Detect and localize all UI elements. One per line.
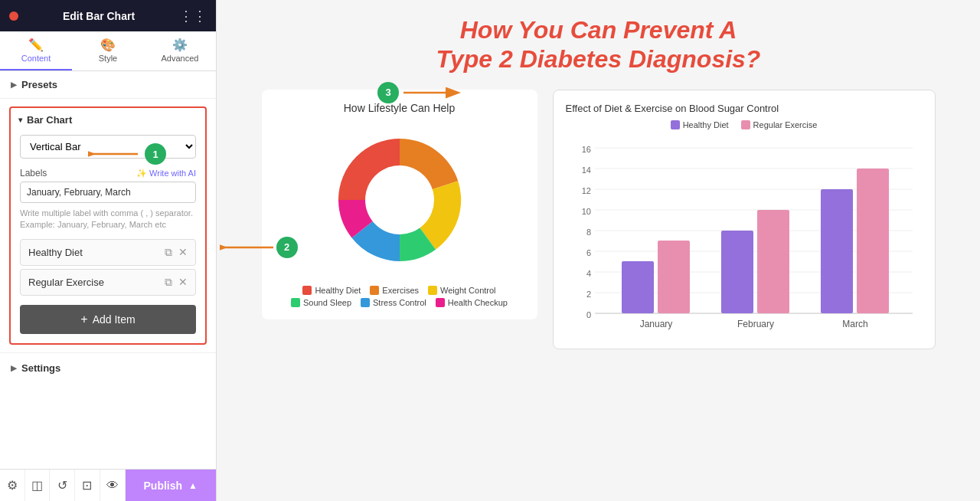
- panel-body: ▶ Presets ▾ Bar Chart Vertical Bar Label…: [0, 71, 216, 469]
- svg-text:12: 12: [581, 186, 590, 195]
- annotation-badge-1: 1: [145, 143, 166, 165]
- charts-row: 3 2 How Lifestyle Can Help: [232, 90, 965, 349]
- plus-icon: +: [80, 313, 87, 326]
- presets-section[interactable]: ▶ Presets: [0, 71, 216, 99]
- svg-text:2: 2: [586, 290, 590, 299]
- donut-chart-section: 2 How Lifestyle Can Help: [262, 90, 537, 319]
- settings-arrow: ▶: [11, 364, 17, 372]
- copy-icon-2[interactable]: ⧉: [165, 276, 172, 289]
- x-label-jan: January: [639, 319, 672, 329]
- bar-chart-toggle[interactable]: ▾ Bar Chart: [11, 108, 205, 132]
- legend-exercises: Exercises: [370, 286, 419, 295]
- tab-style[interactable]: 🎨 Style: [72, 31, 144, 70]
- legend-dot-checkup: [436, 298, 445, 307]
- donut-title: How Lifestyle Can Help: [274, 102, 525, 114]
- svg-text:6: 6: [586, 248, 590, 257]
- add-item-button[interactable]: + Add Item: [20, 305, 196, 334]
- chevron-up-icon: ▲: [188, 480, 198, 491]
- tab-bar: ✏️ Content 🎨 Style ⚙️ Advanced: [0, 31, 216, 71]
- legend-healthy-diet: Healthy Diet: [302, 286, 361, 295]
- bar-chart-chevron: ▾: [18, 116, 22, 124]
- legend-label-exercises: Exercises: [382, 286, 419, 295]
- tab-style-label: Style: [99, 54, 117, 63]
- delete-icon-2[interactable]: ✕: [178, 276, 188, 288]
- donut-legend: Healthy Diet Exercises Weight Control So…: [274, 286, 525, 307]
- write-ai-btn[interactable]: ✨ Write with AI: [136, 169, 196, 178]
- settings-section: ▶ Settings: [0, 352, 216, 383]
- left-panel: Edit Bar Chart ⋮⋮ ✏️ Content 🎨 Style ⚙️ …: [0, 0, 217, 501]
- legend-bar-dot-healthy: [671, 120, 680, 129]
- page-title-line1: How You Can Prevent A: [436, 15, 761, 44]
- grid-icon[interactable]: ⋮⋮: [179, 8, 207, 25]
- presets-arrow: ▶: [11, 80, 17, 89]
- dataset-item-1: Healthy Diet ⧉ ✕: [20, 239, 196, 266]
- legend-bar-exercise: Regular Exercise: [741, 120, 818, 129]
- donut-wrapper: [274, 123, 525, 277]
- bar-chart-right-title: Effect of Diet & Exercise on Blood Sugar…: [566, 103, 923, 114]
- legend-bar-dot-exercise: [741, 120, 750, 129]
- labels-text: Labels: [20, 168, 47, 178]
- page-title: How You Can Prevent A Type 2 Diabetes Di…: [436, 15, 761, 74]
- ai-icon: ✨: [136, 169, 147, 178]
- arrow-left-2: [220, 240, 273, 255]
- annotation-3-container: 3: [377, 82, 465, 103]
- svg-text:0: 0: [586, 310, 590, 319]
- style-icon: 🎨: [100, 38, 116, 52]
- legend-label-healthy: Healthy Diet: [315, 286, 361, 295]
- donut-svg: [323, 123, 476, 277]
- legend-label-checkup: Health Checkup: [448, 298, 508, 307]
- svg-text:8: 8: [586, 228, 590, 237]
- legend-label-sleep: Sound Sleep: [303, 298, 351, 307]
- publish-button[interactable]: Publish ▲: [126, 470, 216, 501]
- settings-footer-icon[interactable]: ⚙: [0, 470, 25, 501]
- legend-label-stress: Stress Control: [373, 298, 426, 307]
- window-dot: [9, 11, 18, 21]
- page-title-line2: Type 2 Diabetes Diagnosis?: [436, 44, 761, 74]
- bar-chart-right: Effect of Diet & Exercise on Blood Sugar…: [553, 90, 936, 349]
- history-icon[interactable]: ↺: [50, 470, 75, 501]
- bar-chart-right-legend: Healthy Diet Regular Exercise: [566, 120, 923, 129]
- arrow-right-3: [403, 85, 465, 100]
- legend-dot-weight: [428, 286, 437, 295]
- labels-hint: Write multiple label with comma ( , ) se…: [20, 208, 196, 231]
- legend-health-checkup: Health Checkup: [436, 298, 508, 307]
- bar-mar-healthy: [821, 189, 853, 313]
- settings-toggle[interactable]: ▶ Settings: [11, 362, 205, 374]
- annotation-badge-2: 2: [276, 237, 298, 258]
- legend-dot-healthy: [302, 286, 312, 295]
- content-icon: ✏️: [28, 38, 44, 52]
- arrow-right-1: [88, 146, 142, 162]
- x-label-feb: February: [737, 319, 773, 329]
- panel-title: Edit Bar Chart: [63, 10, 135, 22]
- tab-advanced[interactable]: ⚙️ Advanced: [144, 31, 216, 70]
- dataset-label-2: Regular Exercise: [28, 277, 158, 288]
- svg-text:14: 14: [581, 165, 590, 175]
- publish-label: Publish: [144, 480, 183, 492]
- responsive-icon[interactable]: ⊡: [75, 470, 100, 501]
- bar-feb-healthy: [721, 231, 753, 313]
- legend-weight-control: Weight Control: [428, 286, 496, 295]
- write-ai-label: Write with AI: [149, 169, 196, 178]
- legend-sound-sleep: Sound Sleep: [291, 298, 351, 307]
- bar-chart-block: ▾ Bar Chart Vertical Bar Labels ✨ Write …: [9, 106, 207, 345]
- copy-icon-1[interactable]: ⧉: [165, 246, 172, 259]
- delete-icon-1[interactable]: ✕: [178, 246, 188, 258]
- layers-icon[interactable]: ◫: [25, 470, 51, 501]
- legend-dot-exercises: [370, 286, 379, 295]
- svg-text:16: 16: [581, 145, 590, 154]
- labels-row: Labels ✨ Write with AI: [11, 165, 205, 182]
- annotation-1-container: 1: [88, 143, 166, 165]
- tab-content[interactable]: ✏️ Content: [0, 31, 72, 70]
- settings-label: Settings: [21, 362, 60, 374]
- preview-icon[interactable]: 👁: [100, 470, 126, 501]
- svg-text:10: 10: [581, 207, 590, 216]
- legend-bar-label-exercise: Regular Exercise: [753, 120, 818, 129]
- dataset-label-1: Healthy Diet: [28, 247, 158, 258]
- legend-dot-sleep: [291, 298, 300, 307]
- legend-bar-label-healthy: Healthy Diet: [683, 120, 729, 129]
- labels-input[interactable]: [20, 182, 196, 203]
- panel-footer: ⚙ ◫ ↺ ⊡ 👁 Publish ▲: [0, 469, 216, 501]
- bar-feb-exercise: [757, 210, 789, 313]
- panel-header: Edit Bar Chart ⋮⋮: [0, 0, 216, 31]
- annotation-2-container: 2: [220, 237, 298, 258]
